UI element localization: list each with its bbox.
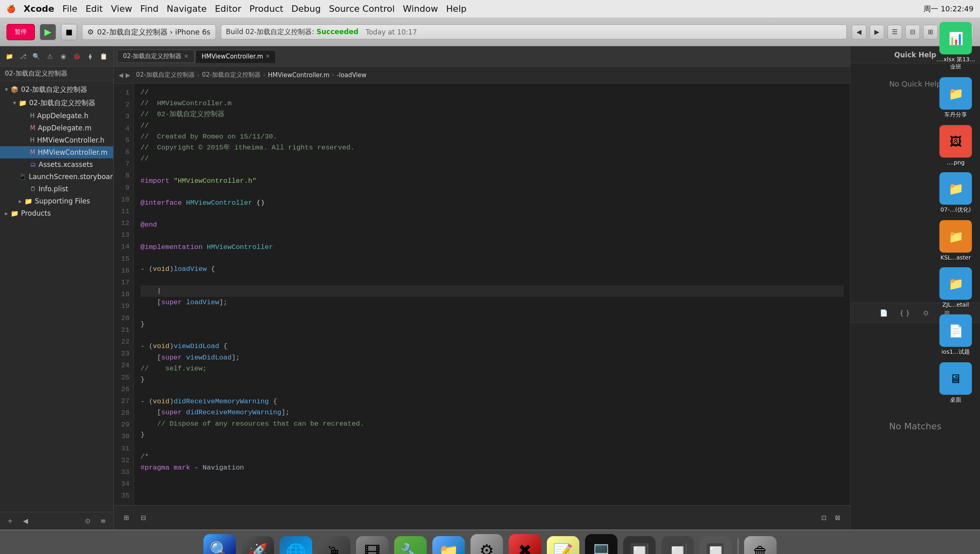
nav-breakpoint-icon[interactable]: ⧫ xyxy=(85,51,96,62)
tree-folder-supporting[interactable]: ▶ 📁 Supporting Files xyxy=(0,195,113,207)
breadcrumb-prev[interactable]: ◀ xyxy=(119,71,123,79)
menu-source-control[interactable]: Source Control xyxy=(329,4,395,14)
editor-bottom-bar: ⊞ ⊟ ⊡ ⊠ xyxy=(114,505,850,530)
nav-debug-icon[interactable]: 🐞 xyxy=(71,51,82,62)
nav-breadcrumb-text: 02-加载自定义控制器 xyxy=(5,69,67,78)
menu-view[interactable]: View xyxy=(111,4,132,14)
dock-media[interactable]: 🎞 xyxy=(356,536,389,554)
breadcrumb-nav-btns: ◀ ▶ xyxy=(119,71,130,79)
tree-file-assets[interactable]: 🗂 Assets.xcassets xyxy=(0,158,113,171)
menu-window[interactable]: Window xyxy=(403,4,438,14)
desktop-icon-07opt[interactable]: 📁 07-...(优化) xyxy=(939,172,972,214)
menu-edit[interactable]: Edit xyxy=(86,4,103,14)
tree-file-appdelegatem[interactable]: M AppDelegate.m xyxy=(0,122,113,134)
dock-mouse[interactable]: 🖱 xyxy=(318,536,350,554)
prev-btn[interactable]: ◀ xyxy=(852,25,866,39)
nav-back-btn[interactable]: ◀ xyxy=(19,515,32,527)
tree-file-hmviewcontrollerm[interactable]: M HMViewController.m xyxy=(0,146,113,158)
run-button[interactable]: ▶ xyxy=(40,24,56,40)
desktop-icon-png1[interactable]: 🖼 ....png xyxy=(939,125,972,166)
nav-test-icon[interactable]: ◉ xyxy=(58,51,69,62)
dock-tools[interactable]: 🔧 xyxy=(394,536,427,554)
scheme-text: 02-加载自定义控制器 › iPhone 6s xyxy=(97,27,210,37)
menu-debug[interactable]: Debug xyxy=(291,4,321,14)
dock-launchpad[interactable]: 🚀 xyxy=(242,536,274,554)
dock-files[interactable]: 📁 xyxy=(432,536,465,554)
nav-vcs-icon[interactable]: ⎇ xyxy=(17,51,28,62)
desktop-icon-xlsx[interactable]: 📊 ....xlsx 第13...业班 xyxy=(935,22,976,71)
breadcrumb-part3[interactable]: HMViewController.m xyxy=(268,71,330,79)
nav-search-icon[interactable]: 🔍 xyxy=(31,51,42,62)
breadcrumb-next[interactable]: ▶ xyxy=(126,71,131,79)
pause-button[interactable]: 暂停 xyxy=(6,24,35,40)
nav-filter-btn[interactable]: ⊙ xyxy=(82,515,94,527)
stop-button[interactable]: ■ xyxy=(61,24,77,40)
apple-menu[interactable]: 🍎 xyxy=(6,4,15,13)
build-time: Today at 10:17 xyxy=(366,28,417,36)
menu-xcode[interactable]: Xcode xyxy=(24,4,54,14)
bottom-line-col[interactable]: ⊡ xyxy=(821,512,827,524)
tab-project-label: 02-加载自定义控制器 xyxy=(123,52,182,60)
tab-project[interactable]: 02-加载自定义控制器 ✕ xyxy=(117,50,194,63)
dock-system-prefs[interactable]: ⚙️ xyxy=(471,534,503,554)
dock-window3[interactable]: 🔲 xyxy=(699,536,732,554)
scheme-icon: ⚙ xyxy=(87,28,94,36)
tab-hmviewcontroller[interactable]: HMViewController.m ✕ xyxy=(195,50,276,63)
tree-group[interactable]: ▼ 📁 02-加载自定义控制器 xyxy=(0,96,113,110)
tab-bar: 02-加载自定义控制器 ✕ HMViewController.m ✕ xyxy=(114,46,850,67)
dock-finder[interactable]: 🔍 xyxy=(203,534,236,554)
menu-find[interactable]: Find xyxy=(140,4,158,14)
menu-file[interactable]: File xyxy=(63,4,78,14)
nav-add-btn[interactable]: + xyxy=(4,515,16,527)
desktop-icon-desktop[interactable]: 🖥 桌面 xyxy=(939,362,972,404)
bottom-expand-btn[interactable]: ⊞ xyxy=(120,512,132,524)
breadcrumb-part1[interactable]: 02-加载自定义控制器 xyxy=(136,71,195,79)
nav-report-icon[interactable]: 📋 xyxy=(98,51,109,62)
nav-bottom-bar: + ◀ ⊙ ≡ xyxy=(0,512,113,530)
tree-file-infoplist[interactable]: 🗒 Info.plist xyxy=(0,183,113,195)
menu-product[interactable]: Product xyxy=(249,4,283,14)
tab-file-label: HMViewController.m xyxy=(201,53,263,60)
desktop-icon-zjl[interactable]: 📁 ZJL...etail xyxy=(939,267,972,308)
qh-code-btn[interactable]: { } xyxy=(898,306,911,319)
qh-file-btn[interactable]: 📄 xyxy=(877,306,890,319)
menu-help[interactable]: Help xyxy=(446,4,466,14)
dock-terminal[interactable]: 💻 xyxy=(585,534,617,554)
code-content[interactable]: // // HMViewController.m // 02-加载自定义控制器 … xyxy=(134,84,850,505)
tree-file-appdelegateh[interactable]: H AppDelegate.h xyxy=(0,110,113,122)
editor-breadcrumb: ◀ ▶ 02-加载自定义控制器 › 02-加载自定义控制器 › HMViewCo… xyxy=(114,67,850,84)
tab-project-close[interactable]: ✕ xyxy=(184,53,189,59)
debug-toggle[interactable]: ⊟ xyxy=(905,25,920,39)
breadcrumb-part2[interactable]: 02-加载自定义控制器 xyxy=(202,71,261,79)
tree-file-launchscreen[interactable]: 📱 LaunchScreen.storyboard xyxy=(0,171,113,183)
dock-safari[interactable]: 🌐 xyxy=(280,536,312,554)
dock-xmind[interactable]: ✖️ xyxy=(509,534,541,554)
bottom-shrink-btn[interactable]: ⊟ xyxy=(137,512,149,524)
navigator-toggle[interactable]: ☰ xyxy=(887,25,902,39)
next-btn[interactable]: ▶ xyxy=(870,25,884,39)
file-tree[interactable]: ▼ 📦 02-加载自定义控制器 ▼ 📁 02-加载自定义控制器 H AppDel… xyxy=(0,81,113,512)
tree-root[interactable]: ▼ 📦 02-加载自定义控制器 xyxy=(0,83,113,96)
nav-sort-btn[interactable]: ≡ xyxy=(97,515,109,527)
desktop-icon-chadan[interactable]: 📁 车丹分享 xyxy=(939,77,972,119)
menu-editor[interactable]: Editor xyxy=(215,4,241,14)
dock-trash[interactable]: 🗑 xyxy=(744,536,777,554)
menu-navigate[interactable]: Navigate xyxy=(167,4,207,14)
tab-file-close[interactable]: ✕ xyxy=(266,53,270,59)
desktop-icon-ksl[interactable]: 📁 KSL...aster xyxy=(939,220,972,261)
toolbar: 暂停 ▶ ■ ⚙ 02-加载自定义控制器 › iPhone 6s No Matc… xyxy=(0,18,980,46)
tree-folder-products[interactable]: ▶ 📁 Products xyxy=(0,207,113,219)
nav-folder-icon[interactable]: 📁 xyxy=(4,51,15,62)
code-editor[interactable]: 1 2 3 4 5 6 7 8 9 10 11 12 13 14 15 16 1… xyxy=(114,84,850,505)
scheme-selector[interactable]: ⚙ 02-加载自定义控制器 › iPhone 6s xyxy=(82,24,216,40)
nav-warning-icon[interactable]: ⚠ xyxy=(44,51,55,62)
breadcrumb-part4[interactable]: -loadView xyxy=(337,71,367,79)
dock-window2[interactable]: 🔲 xyxy=(661,536,694,554)
tree-file-hmviewcontrollerh[interactable]: H HMViewController.h xyxy=(0,134,113,146)
desktop-icon-ios1[interactable]: 📄 ios1...试题 xyxy=(939,314,972,356)
dock-notes[interactable]: 📝 xyxy=(547,536,579,554)
dock-window1[interactable]: 🔲 xyxy=(623,536,656,554)
clock: 周一 10:22:49 xyxy=(924,4,974,14)
bottom-zoom[interactable]: ⊠ xyxy=(831,512,844,524)
qh-bookmark-btn[interactable]: ⊙ xyxy=(920,306,933,319)
